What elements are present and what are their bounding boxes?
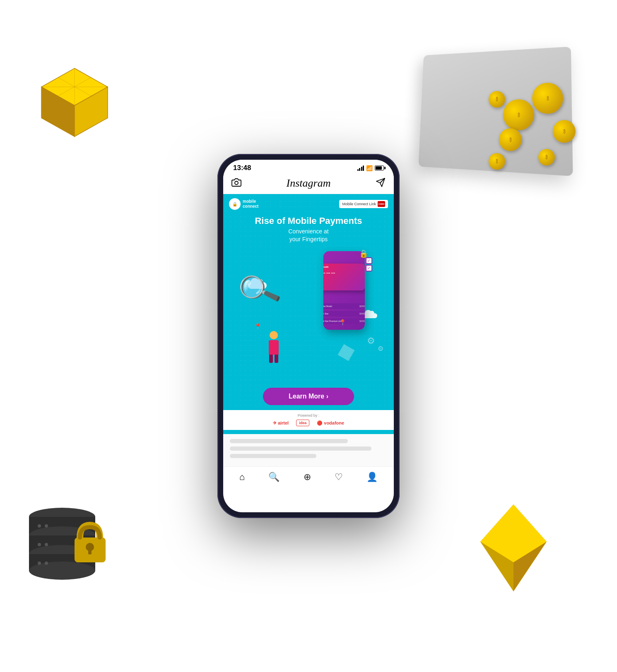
coin-7: ₿ [489,153,505,170]
lock-badge-icon: 🔒 [359,249,368,258]
svg-point-19 [45,562,48,565]
ad-hero-text: Rise of Mobile Payments Convenience atyo… [223,213,394,247]
svg-point-15 [45,524,48,528]
location-pin-1: 📍 [254,323,261,330]
person-legs [269,355,279,363]
nav-profile-icon[interactable]: 👤 [366,472,378,482]
magnify-glass-icon: 🔍 [235,266,284,314]
caption-line-1 [230,439,348,443]
cloud-2 [363,313,377,318]
status-icons: 📶 [357,165,384,171]
svg-point-27 [235,181,238,185]
camera-icon[interactable] [231,178,241,189]
coin-3: ₿ [553,120,576,143]
nav-search-icon[interactable]: 🔍 [268,472,280,482]
ad-subheadline: Convenience atyour Fingertips [231,228,386,242]
wifi-icon: 📶 [366,165,373,171]
gear-icon-2: ⚙ [378,345,383,353]
bottom-navigation: ⌂ 🔍 ⊕ ♡ 👤 [223,466,394,486]
check-marks: ✓ ✓ [366,257,372,271]
gold-cube-decoration [33,60,116,147]
location-pin-2: 📍 [339,319,346,326]
3d-box [338,344,355,361]
gear-icon-1: ⚙ [367,336,375,346]
database-lock-decoration [23,478,118,589]
coin-6: ₿ [538,149,555,166]
list-item-2: Buy French Star $30000 [323,311,365,317]
phone-frame: 13:48 📶 [217,154,400,518]
gold-diamond-decoration [470,500,557,595]
ad-headline: Rise of Mobile Payments [231,216,386,226]
status-time: 13:48 [233,164,251,172]
caption-line-3 [230,454,316,458]
svg-point-16 [38,543,41,546]
person-figure [269,331,279,363]
check-2: ✓ [366,265,372,271]
coin-1: ₿ [532,83,563,114]
ad-content-area: 🔒 mobile connect Mobile Connect Link GSM… [223,194,394,434]
coin-2: ₿ [503,99,534,130]
person-head [270,331,278,339]
nav-home-icon[interactable]: ⌂ [239,472,245,482]
nav-add-icon[interactable]: ⊕ [304,472,311,482]
svg-rect-22 [88,549,92,554]
list-item-1: Buy Italy Star Model $30000 [323,303,365,309]
coins-decoration: ₿ ₿ ₿ ₿ ₿ ₿ ₿ [447,83,588,207]
learn-more-button[interactable]: Learn More [263,388,354,405]
battery-icon [375,166,384,170]
signal-icon [357,166,364,171]
svg-point-17 [45,543,48,546]
phone-screen: 13:48 📶 [223,160,394,512]
person-body [269,340,279,355]
page-scene: ₿ ₿ ₿ ₿ ₿ ₿ ₿ [0,0,617,672]
send-icon[interactable] [376,178,386,189]
svg-point-14 [38,524,41,528]
inner-phone-mockup: Credit •••• •••• •••• Buy Italy Star Mod… [323,251,365,330]
instagram-header: Instagram [223,175,394,194]
phone-device: 13:48 📶 [217,154,400,518]
nav-heart-icon[interactable]: ♡ [335,472,343,482]
svg-point-18 [38,562,41,565]
caption-area [223,434,394,466]
check-1: ✓ [366,257,372,264]
caption-line-2 [230,446,371,451]
payment-card: Credit •••• •••• •••• [323,264,365,290]
coin-5: ₿ [489,91,505,108]
ad-illustration: 🔒 ✓ ✓ Credit •••• •••• •••• [227,247,390,384]
coin-4: ₿ [499,128,522,151]
status-bar: 13:48 📶 [223,160,394,175]
instagram-logo: Instagram [287,177,331,190]
